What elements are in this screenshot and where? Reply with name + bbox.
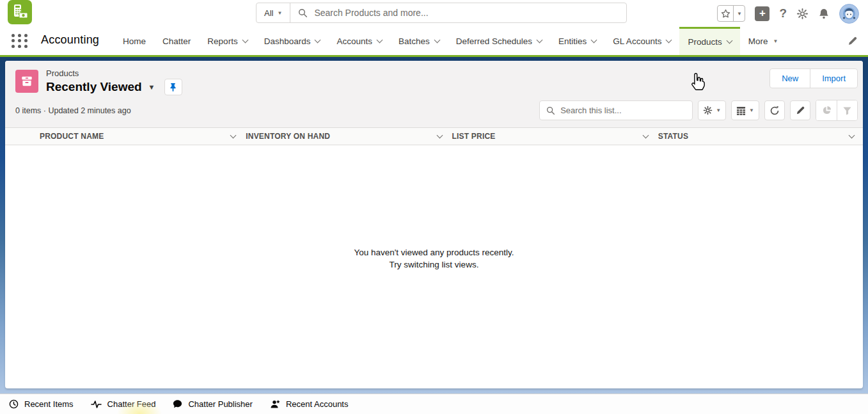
entity-label: Products	[46, 68, 182, 78]
dock-recent-items[interactable]: Recent Items	[9, 399, 74, 409]
bell-icon	[818, 8, 830, 20]
filter-funnel-icon	[842, 106, 852, 115]
chevron-down-icon	[436, 132, 443, 139]
favorites-star-button[interactable]	[718, 6, 733, 21]
tab-more[interactable]: More▼	[740, 27, 787, 55]
tab-accounts[interactable]: Accounts	[328, 27, 390, 55]
charts-button[interactable]	[816, 100, 837, 120]
global-search-input[interactable]	[314, 8, 619, 18]
user-avatar[interactable]	[839, 4, 859, 24]
pin-list-view-button[interactable]	[164, 79, 182, 95]
app-navigation-bar: Accounting Home Chatter Reports Dashboar…	[0, 27, 868, 55]
table-grid-icon	[736, 106, 746, 115]
dock-chatter-publisher[interactable]: Chatter Publisher	[173, 399, 252, 409]
global-search: All ▼	[256, 3, 627, 23]
inline-edit-button[interactable]	[790, 100, 810, 120]
tab-products[interactable]: Products	[679, 27, 739, 55]
table-header-row: PRODUCT NAME INVENTORY ON HAND LIST PRIC…	[5, 127, 863, 145]
chevron-down-icon	[726, 38, 732, 44]
list-view-dropdown[interactable]: ▼	[148, 83, 155, 91]
refresh-icon	[769, 106, 780, 116]
global-header: All ▼ ▼	[0, 0, 868, 27]
utility-dock: Recent Items Chatter Feed Chatter Publis…	[0, 394, 868, 414]
chevron-down-icon	[242, 36, 248, 43]
tab-dashboards[interactable]: Dashboards	[256, 27, 329, 55]
app-logo-icon[interactable]	[8, 0, 32, 24]
pie-chart-icon	[822, 106, 832, 115]
column-header-inventory-on-hand[interactable]: INVENTORY ON HAND	[244, 128, 450, 145]
import-button[interactable]: Import	[810, 69, 857, 88]
list-actions: New Import	[769, 68, 858, 88]
nav-tabs: Home Chatter Reports Dashboards Accounts…	[114, 27, 786, 55]
chevron-down-icon	[849, 132, 855, 139]
dock-chatter-feed[interactable]: Chatter Feed	[91, 399, 156, 409]
filters-button[interactable]	[837, 100, 857, 120]
dropdown-triangle-icon: ▼	[773, 38, 778, 44]
pencil-icon	[848, 36, 858, 46]
pin-icon	[169, 83, 177, 92]
list-view-controls-button[interactable]: ▼	[698, 100, 726, 120]
favorites-dropdown-button[interactable]: ▼	[733, 6, 745, 21]
dropdown-triangle-icon: ▼	[277, 10, 282, 16]
empty-state-line2: Try switching list views.	[5, 259, 863, 271]
favorites-button-group: ▼	[717, 5, 745, 22]
help-button[interactable]: ?	[779, 6, 787, 20]
chart-filter-group	[816, 100, 858, 121]
tab-deferred-schedules[interactable]: Deferred Schedules	[448, 27, 550, 55]
clock-icon	[9, 399, 19, 409]
products-list-view-card: Products Recently Viewed ▼	[5, 61, 863, 388]
chevron-down-icon	[591, 36, 597, 43]
notifications-button[interactable]	[818, 8, 830, 20]
question-mark-icon: ?	[779, 6, 787, 20]
setup-button[interactable]	[796, 8, 809, 20]
person-star-icon	[270, 399, 280, 409]
gear-icon	[703, 106, 713, 115]
tab-chatter[interactable]: Chatter	[154, 27, 199, 55]
new-button[interactable]: New	[770, 69, 810, 88]
chevron-down-icon	[666, 36, 672, 43]
speech-bubble-icon	[173, 399, 182, 409]
plus-icon: +	[759, 7, 766, 19]
tab-batches[interactable]: Batches	[390, 27, 448, 55]
chevron-down-icon	[642, 132, 649, 139]
column-header-status[interactable]: STATUS	[657, 128, 863, 145]
search-icon	[298, 8, 308, 18]
tab-reports[interactable]: Reports	[199, 27, 255, 55]
list-search-input[interactable]	[560, 106, 686, 115]
list-view-header: Products Recently Viewed ▼	[5, 61, 863, 127]
chevron-down-icon	[537, 36, 543, 43]
app-name: Accounting	[41, 33, 99, 55]
gear-icon	[796, 8, 809, 20]
edit-nav-button[interactable]	[848, 36, 858, 46]
refresh-button[interactable]	[764, 100, 785, 120]
list-meta-text: 0 items · Updated 2 minutes ago	[15, 106, 131, 115]
column-header-product-name[interactable]: PRODUCT NAME	[38, 128, 244, 145]
chevron-down-icon	[377, 36, 383, 43]
display-as-button[interactable]: ▼	[731, 100, 759, 120]
app-launcher-waffle-icon[interactable]	[12, 34, 28, 48]
page-background: Products Recently Viewed ▼	[0, 57, 868, 394]
search-scope-button[interactable]: All ▼	[256, 3, 290, 22]
chevron-down-icon	[230, 132, 237, 139]
global-actions: ▼ + ?	[717, 0, 859, 27]
pulse-icon	[91, 400, 102, 409]
calculator-money-icon	[10, 3, 29, 22]
tab-entities[interactable]: Entities	[550, 27, 604, 55]
astro-avatar-icon	[839, 4, 859, 24]
dock-recent-accounts[interactable]: Recent Accounts	[270, 399, 349, 409]
salesforce-app-window: All ▼ ▼	[0, 0, 868, 414]
empty-state-line1: You haven't viewed any products recently…	[5, 246, 863, 259]
tab-home[interactable]: Home	[114, 27, 154, 55]
empty-state: You haven't viewed any products recently…	[5, 145, 863, 386]
global-actions-plus-button[interactable]: +	[755, 6, 769, 21]
star-icon	[721, 9, 730, 19]
dropdown-triangle-icon: ▼	[716, 107, 721, 113]
tab-gl-accounts[interactable]: GL Accounts	[604, 27, 679, 55]
global-search-field[interactable]	[290, 3, 626, 22]
list-controls: ▼ ▼	[539, 100, 858, 121]
chevron-down-icon	[315, 36, 321, 43]
pencil-icon	[796, 106, 805, 115]
chevron-down-icon	[434, 36, 440, 43]
column-header-list-price[interactable]: LIST PRICE	[451, 128, 657, 145]
list-search-box[interactable]	[539, 100, 693, 120]
